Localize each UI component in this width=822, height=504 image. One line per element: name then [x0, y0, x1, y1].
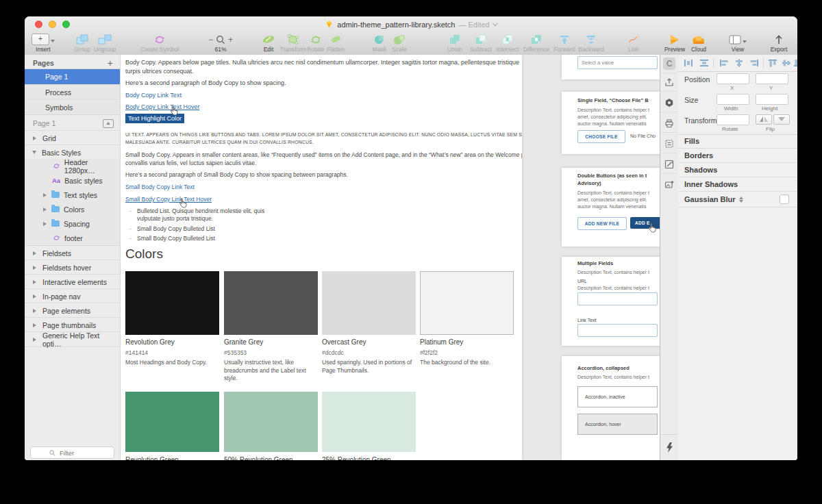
artboard-single-field[interactable]: Single Field, “Choose File” B Descriptio… [562, 92, 660, 154]
vector-edit-tool[interactable] [660, 155, 678, 174]
distribute-vertically-icon[interactable] [699, 59, 709, 67]
position-y-input[interactable] [756, 73, 788, 84]
swatch-hex: #535353 [224, 349, 247, 356]
settings-tool[interactable] [660, 94, 678, 112]
gaussian-blur-checkbox[interactable] [780, 194, 789, 204]
layer-row-text-styles-folder[interactable]: Text styles [25, 188, 120, 202]
layer-row-in-page-nav[interactable]: In-page nav [25, 288, 120, 303]
title-chevron-down-icon[interactable] [492, 21, 497, 26]
description-line: amet, consectetur adipiscing elit. [577, 197, 647, 202]
form-tool[interactable] [660, 135, 678, 153]
size-height-input[interactable] [756, 94, 788, 105]
distribute-horizontally-icon[interactable] [684, 59, 693, 67]
inner-shadows-section-header[interactable]: Inner Shadows [678, 177, 797, 192]
small-body-link-hover: Small Body Copy Link Text Hover [125, 196, 212, 203]
artboard-basic-styles[interactable]: Body Copy. Appears below page titles. Nu… [121, 55, 522, 460]
flatten-button[interactable]: Flatten [313, 34, 358, 54]
collapse-pages-icon[interactable] [103, 119, 114, 128]
zoom-out-icon[interactable]: − [208, 35, 213, 45]
align-right-icon[interactable] [749, 59, 759, 67]
filter-input[interactable] [58, 449, 95, 457]
swatch-desc: Usually instructive text, like breadcrum… [224, 359, 318, 383]
zoom-control[interactable]: − + 61% [198, 34, 243, 54]
scale-button[interactable]: Scale [377, 34, 422, 54]
ungroup-button[interactable]: Ungroup [82, 34, 127, 54]
layer-row-interactive-elements[interactable]: Interactive elements [25, 274, 120, 289]
ui-text-line: MALESUADA ANTE. CURABITUR ULTRICES QUAM … [125, 140, 314, 144]
layer-row-grid[interactable]: Grid [25, 130, 120, 145]
fills-section-header[interactable]: Fills [678, 134, 797, 149]
rotate-input[interactable] [717, 114, 749, 125]
position-x-input[interactable] [717, 73, 749, 84]
artboard-select-field[interactable]: Select a value [562, 55, 660, 79]
plugins-tool[interactable] [660, 434, 678, 459]
layer-row-header-symbol[interactable]: Header 1280px… [25, 159, 120, 173]
y-axis-label: Y [769, 85, 773, 91]
shadows-section-header[interactable]: Shadows [678, 163, 797, 177]
small-body-line: Small Body Copy. Appears in smaller cont… [125, 151, 522, 158]
link-icon [627, 34, 640, 45]
lightning-icon [666, 442, 673, 453]
size-width-input[interactable] [717, 94, 749, 105]
body-copy-link-text: Body Copy Link Text [125, 92, 182, 99]
zoom-in-icon[interactable]: + [228, 35, 233, 45]
page-item-process[interactable]: Process [25, 84, 120, 100]
pages-list: Page 1 Process Symbols [25, 68, 120, 115]
layer-row-footer-symbol[interactable]: footer [25, 231, 120, 245]
page-item-page-1[interactable]: Page 1 [25, 69, 120, 84]
stepper-icon[interactable] [739, 197, 743, 203]
sketch-document-icon [325, 20, 334, 29]
layer-row-page-elements[interactable]: Page elements [25, 303, 120, 318]
layer-row-fieldsets-hover[interactable]: Fieldsets hover [25, 260, 120, 275]
create-symbol-button[interactable]: Create Symbol [137, 34, 182, 54]
align-top-icon[interactable] [768, 59, 777, 67]
export-tool[interactable] [660, 73, 678, 92]
link-text-input-sample [577, 324, 658, 337]
toolbar: + Insert Group Ungroup Create Symbol − +… [25, 32, 797, 55]
gaussian-blur-row[interactable]: Gaussian Blur [678, 192, 797, 207]
flip-vertical-button[interactable] [773, 114, 790, 125]
layer-row-spacing-folder[interactable]: Spacing [25, 216, 120, 231]
link-button[interactable]: Link [611, 34, 656, 54]
backward-button[interactable]: Backward [569, 34, 614, 54]
layer-row-basic-styles-text[interactable]: Aa Basic styles [25, 173, 120, 188]
view-button[interactable]: View [715, 34, 760, 54]
design-canvas[interactable]: Body Copy. Appears below page titles. Nu… [120, 55, 660, 460]
flip-horizontal-button[interactable] [756, 114, 772, 125]
body-copy-line: turpis ultrices consequat. [125, 68, 194, 75]
component-tab[interactable]: C [660, 55, 678, 73]
add-page-button[interactable]: + [108, 58, 113, 68]
layer-row-colors-folder[interactable]: Colors [25, 202, 120, 216]
url-label: URL [577, 279, 587, 284]
inspector-panel: Position X Y Size Width Height Transform… [678, 55, 797, 460]
artboard-double-buttons[interactable]: Double Buttons (as seen in t Advisory) D… [562, 168, 660, 247]
layer-row-fieldsets[interactable]: Fieldsets [25, 245, 120, 260]
document-status: — Edited [458, 21, 489, 29]
align-center-horizontal-icon[interactable] [734, 59, 744, 67]
add-new-file-button-sample: ADD NEW FILE [577, 217, 627, 230]
archive-tool[interactable] [660, 114, 678, 133]
desktop-background: admin-theme_pattern-library.sketch — Edi… [0, 0, 822, 504]
align-middle-vertical-icon[interactable] [782, 59, 791, 67]
swatch-desc: Used sparingly. Used in portions of Page… [322, 359, 416, 375]
align-bottom-icon[interactable] [793, 59, 797, 67]
flatten-icon [329, 34, 342, 45]
view-panes-icon [729, 35, 741, 45]
page-item-symbols[interactable]: Symbols [25, 99, 120, 115]
title-bar: admin-theme_pattern-library.sketch — Edi… [25, 16, 797, 32]
description-line: Description Text, contains helper t [577, 190, 649, 195]
layer-row-page-thumbnails[interactable]: Page thumbnails [25, 317, 120, 332]
description-line: Description Text, contains helper t [577, 286, 649, 290]
width-label: Width [724, 105, 738, 112]
borders-section-header[interactable]: Borders [678, 149, 797, 163]
artboard-accordion[interactable]: Accordion, collapsed Description Text, c… [562, 356, 660, 460]
layer-row-generic-help-text[interactable]: Generic Help Text opti… [25, 331, 120, 347]
small-body-line: convallis varius felis, vel luctus sapie… [125, 160, 256, 166]
artboard-multiple-fields[interactable]: Multiple Fields Description Text, contai… [562, 257, 660, 346]
image-tool[interactable] [660, 176, 678, 194]
url-input-sample [577, 292, 658, 305]
export-button[interactable]: Export [756, 34, 797, 54]
symbol-icon [53, 162, 60, 170]
align-left-icon[interactable] [719, 59, 729, 67]
pages-header: Pages + [25, 56, 120, 70]
